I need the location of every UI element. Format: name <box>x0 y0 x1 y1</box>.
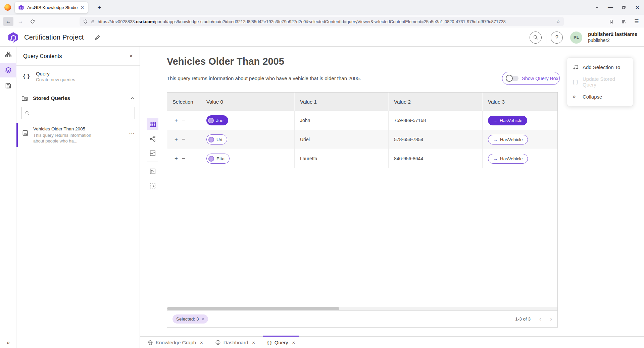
tab-title: ArcGIS Knowledge Studio <box>27 5 80 10</box>
menu-hamburger-icon[interactable]: ☰ <box>632 17 641 26</box>
browser-tab[interactable]: ArcGIS Knowledge Studio × <box>15 2 88 13</box>
stored-queries-header[interactable]: Stored Queries <box>16 90 140 106</box>
arrow-right-icon: → <box>493 137 498 142</box>
tab-close-icon[interactable]: × <box>252 340 255 345</box>
rail-item-data-model[interactable] <box>0 47 16 62</box>
menu-item-update-stored-query[interactable]: { } Update Stored Query <box>567 74 633 89</box>
search-icon <box>533 35 539 40</box>
window-restore-button[interactable] <box>617 0 631 15</box>
braces-icon: { } <box>23 73 30 79</box>
firefox-icon[interactable] <box>4 4 11 11</box>
remove-from-selection-button[interactable]: − <box>180 155 187 162</box>
page-description: This query returns information about peo… <box>167 75 361 81</box>
selected-count-chip[interactable]: Selected: 3× <box>172 314 208 324</box>
tab-close-icon[interactable]: × <box>200 340 203 345</box>
cell-value1: Uriel <box>295 130 389 149</box>
remove-from-selection-button[interactable]: − <box>180 136 187 143</box>
chevron-up-icon[interactable] <box>130 96 135 101</box>
back-button[interactable]: ← <box>3 17 13 26</box>
table-empty-area <box>167 168 557 307</box>
expand-rail-button[interactable]: » <box>0 339 16 346</box>
knowledge-graph-icon <box>147 340 153 345</box>
panel-close-icon[interactable]: × <box>129 52 133 60</box>
node-dot-icon <box>208 156 214 162</box>
column-header-value2: Value 2 <box>389 93 483 111</box>
new-tab-button[interactable]: + <box>95 3 104 12</box>
table-row: + − Uri Uriel 578-654-7854 →HasVehicle <box>167 130 557 149</box>
show-query-box-toggle[interactable]: Show Query Box <box>502 72 560 85</box>
table-header: Selection Value 0 Value 1 Value 2 Value … <box>167 93 557 111</box>
stored-query-item[interactable]: Vehicles Older Than 2005 This query retu… <box>16 123 140 147</box>
map-view-button[interactable] <box>147 147 158 159</box>
user-block[interactable]: publisher2 lastName publisher2 <box>588 31 640 43</box>
lock-icon[interactable] <box>91 19 95 24</box>
screen: ArcGIS Knowledge Studio × + — × ← → <box>0 0 644 348</box>
save-page-icon[interactable] <box>606 17 616 26</box>
toggle-knob <box>506 75 513 82</box>
window-minimize-button[interactable]: — <box>604 0 617 15</box>
stored-query-options-icon[interactable]: ··· <box>129 131 135 136</box>
column-header-selection: Selection <box>167 93 201 111</box>
table-footer: Selected: 3× 1-3 of 3 ‹ › <box>167 310 557 327</box>
rail-item-contents[interactable] <box>0 63 16 77</box>
bottom-tabbar: Knowledge Graph × Dashboard × { } Query … <box>140 336 644 348</box>
stored-queries-search[interactable] <box>21 107 135 119</box>
results-table: Selection Value 0 Value 1 Value 2 Value … <box>167 92 558 328</box>
select-region-button[interactable] <box>147 180 158 191</box>
node-pill[interactable]: Etta <box>206 154 230 164</box>
stored-query-doc-icon <box>22 130 29 136</box>
tab-dashboard[interactable]: Dashboard × <box>211 336 259 348</box>
cell-value1: Lauretta <box>295 149 389 168</box>
avatar[interactable]: PL <box>570 32 582 44</box>
cell-value2: 759-889-57168 <box>389 111 483 130</box>
remove-from-selection-button[interactable]: − <box>180 117 187 124</box>
edge-pill[interactable]: →HasVehicle <box>488 135 528 144</box>
add-to-selection-button[interactable]: + <box>172 117 180 124</box>
list-tabs-icon[interactable] <box>590 0 604 15</box>
column-header-value3: Value 3 <box>483 93 557 111</box>
add-to-map-button[interactable] <box>147 165 158 177</box>
edge-pill[interactable]: →HasVehicle <box>488 154 528 164</box>
clear-selection-icon[interactable]: × <box>202 316 204 322</box>
header-divider <box>546 33 546 43</box>
selection-box-icon <box>149 182 156 189</box>
table-view-button[interactable] <box>147 118 158 130</box>
menu-item-add-selection-to[interactable]: Add Selection To <box>567 60 633 74</box>
menu-item-collapse[interactable]: » Collapse <box>567 89 633 104</box>
rail-item-save[interactable] <box>0 78 16 93</box>
cell-value1: John <box>295 111 389 130</box>
library-icon[interactable] <box>619 17 629 26</box>
reload-button[interactable] <box>28 17 38 26</box>
link-chart-view-button[interactable] <box>147 133 158 144</box>
node-pill[interactable]: Joe <box>206 115 228 125</box>
map-icon <box>149 150 156 157</box>
toggle-switch[interactable] <box>506 76 518 81</box>
tab-knowledge-graph[interactable]: Knowledge Graph × <box>143 336 207 348</box>
tab-close-icon[interactable]: × <box>80 5 85 11</box>
search-input[interactable] <box>33 111 131 116</box>
table-row: + − Joe John 759-889-57168 →HasVehicle <box>167 111 557 130</box>
window-close-button[interactable]: × <box>631 0 644 15</box>
tab-query[interactable]: { } Query × <box>263 336 299 348</box>
search-button[interactable] <box>530 32 542 44</box>
node-pill[interactable]: Uri <box>206 134 227 144</box>
add-to-selection-button[interactable]: + <box>172 155 180 162</box>
forward-button[interactable]: → <box>15 17 26 26</box>
url-bar[interactable]: https://dev0028833.esri.com/portal/apps/… <box>80 17 564 26</box>
query-contents-panel: Query Contents × { } Query Create new qu… <box>16 47 140 348</box>
previous-page-button[interactable]: ‹ <box>539 315 541 323</box>
query-item[interactable]: { } Query Create new queries <box>16 66 140 87</box>
url-text[interactable]: https://dev0028833.esri.com/portal/apps/… <box>98 19 553 24</box>
tracking-shield-icon[interactable] <box>83 19 88 24</box>
tab-close-icon[interactable]: × <box>292 340 295 345</box>
scrollbar-thumb[interactable] <box>167 307 339 310</box>
help-button[interactable]: ? <box>551 32 563 44</box>
add-to-selection-button[interactable]: + <box>172 136 180 143</box>
next-page-button[interactable]: › <box>550 315 552 323</box>
edit-project-title-button[interactable] <box>93 32 103 42</box>
bookmark-star-icon[interactable]: ☆ <box>556 18 560 24</box>
edge-pill[interactable]: →HasVehicle <box>488 116 527 125</box>
project-title: Certification Project <box>24 34 84 41</box>
horizontal-scrollbar[interactable] <box>167 307 557 310</box>
add-selection-icon <box>573 64 579 70</box>
